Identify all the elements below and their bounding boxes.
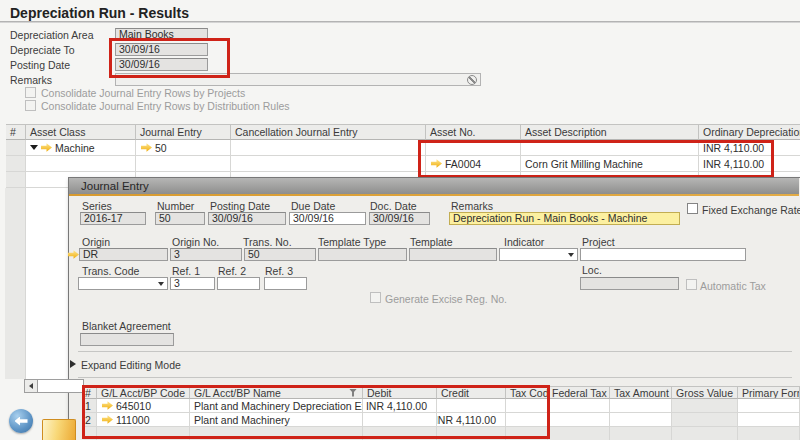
- series-label: Series: [82, 200, 112, 212]
- template-type-label: Template Type: [318, 236, 386, 248]
- trans-code-label: Trans. Code: [82, 265, 139, 277]
- col-header-asset-description: Asset Description: [521, 124, 699, 140]
- link-arrow-icon[interactable]: [41, 143, 52, 152]
- consolidate-projects-label: Consolidate Journal Entry Rows by Projec…: [41, 87, 245, 99]
- asset-class-cell[interactable]: Machine: [26, 140, 136, 156]
- jcol-tax-amount: Tax Amount: [610, 386, 672, 399]
- col-header-journal-entry: Journal Entry: [136, 124, 231, 140]
- consolidate-distribution-label: Consolidate Journal Entry Rows by Distri…: [41, 100, 290, 112]
- je-remarks-field[interactable]: Depreciation Run - Main Books - Machine: [449, 212, 680, 225]
- screen: Depreciation Run - Results Depreciation …: [0, 0, 800, 440]
- number-label: Number: [157, 200, 194, 212]
- je-posting-date-label: Posting Date: [210, 200, 270, 212]
- generate-excise-label: Generate Excise Reg. No.: [385, 293, 507, 305]
- results-table-header: # Asset Class Journal Entry Cancellation…: [6, 124, 800, 140]
- ref3-field[interactable]: [264, 277, 307, 290]
- origin-field[interactable]: DR: [79, 248, 168, 261]
- scrollbar-track[interactable]: [38, 379, 84, 393]
- automatic-tax-label: Automatic Tax: [700, 280, 766, 292]
- ref2-field[interactable]: [217, 277, 260, 290]
- folder-icon[interactable]: [42, 419, 76, 440]
- due-date-label: Due Date: [291, 200, 335, 212]
- origin-no-field[interactable]: 3: [170, 248, 242, 261]
- consolidate-projects-checkbox[interactable]: [25, 87, 36, 98]
- trans-no-label: Trans. No.: [243, 236, 292, 248]
- ref3-label: Ref. 3: [265, 265, 293, 277]
- due-date-field[interactable]: 30/09/16: [289, 212, 366, 225]
- series-field[interactable]: 2016-17: [80, 212, 146, 225]
- ref1-label: Ref. 1: [172, 265, 200, 277]
- expand-triangle-icon[interactable]: [70, 360, 76, 368]
- origin-no-label: Origin No.: [172, 236, 219, 248]
- consolidate-distribution-checkbox[interactable]: [25, 100, 36, 111]
- jcol-gross-value: Gross Value: [672, 386, 738, 399]
- dialog-divider: [78, 351, 792, 352]
- template-label: Template: [410, 236, 453, 248]
- fixed-exchange-rate-checkbox[interactable]: [687, 203, 698, 214]
- jcol-federal-tax-id: Federal Tax ID: [548, 386, 610, 399]
- dialog-title: Journal Entry: [81, 180, 149, 192]
- dropdown-arrow-icon[interactable]: [158, 282, 164, 289]
- fixed-exchange-rate-label: Fixed Exchange Rate: [702, 204, 800, 216]
- expand-editing-mode[interactable]: Expand Editing Mode: [81, 359, 181, 371]
- scroll-left-button[interactable]: [24, 379, 38, 393]
- indicator-label: Indicator: [504, 236, 544, 248]
- dialog-accent-line: [69, 194, 799, 196]
- highlight-dates: [109, 38, 230, 78]
- depreciate-to-label: Depreciate To: [10, 44, 75, 56]
- trans-no-field[interactable]: 50: [244, 248, 316, 261]
- dialog-titlebar[interactable]: Journal Entry: [69, 178, 799, 194]
- dialog-divider: [78, 377, 792, 378]
- indicator-dropdown[interactable]: [499, 248, 578, 261]
- blanket-agreement-label: Blanket Agreement: [82, 320, 171, 332]
- project-label: Project: [582, 236, 615, 248]
- depreciation-area-label: Depreciation Area: [10, 29, 93, 41]
- trans-code-dropdown[interactable]: [78, 277, 168, 290]
- number-field[interactable]: 50: [155, 212, 205, 225]
- page-title: Depreciation Run - Results: [10, 5, 189, 21]
- template-type-field[interactable]: [318, 248, 407, 261]
- highlight-journal-rows: [82, 385, 550, 439]
- empty-value-icon: [467, 75, 477, 85]
- col-header-asset-class: Asset Class: [26, 124, 136, 140]
- loc-field[interactable]: [580, 277, 679, 290]
- col-header-num: #: [6, 124, 26, 140]
- col-header-ordinary-depreciation: Ordinary Depreciation: [699, 124, 800, 140]
- doc-date-field[interactable]: 30/09/16: [369, 212, 430, 225]
- link-arrow-icon[interactable]: [141, 143, 152, 152]
- ref1-field[interactable]: 3: [170, 277, 215, 290]
- origin-label: Origin: [82, 236, 110, 248]
- generate-excise-checkbox[interactable]: [370, 292, 381, 303]
- back-arrow-icon: [15, 417, 28, 426]
- blanket-agreement-field[interactable]: [80, 333, 174, 346]
- automatic-tax-checkbox[interactable]: [686, 279, 697, 290]
- remarks-label: Remarks: [10, 74, 52, 86]
- journal-entry-cell[interactable]: 50: [136, 140, 231, 156]
- posting-date-label: Posting Date: [10, 59, 70, 71]
- title-divider: [0, 21, 800, 23]
- highlight-asset-row: [418, 140, 774, 178]
- collapse-triangle-icon[interactable]: [30, 145, 38, 150]
- back-button[interactable]: [9, 409, 33, 433]
- project-field[interactable]: [580, 248, 746, 261]
- ref2-label: Ref. 2: [218, 265, 246, 277]
- dropdown-arrow-icon[interactable]: [568, 253, 574, 260]
- je-remarks-label: Remarks: [451, 200, 493, 212]
- scroll-left-icon: [29, 383, 33, 389]
- je-posting-date-field[interactable]: 30/09/16: [208, 212, 286, 225]
- col-header-asset-no: Asset No.: [426, 124, 521, 140]
- horizontal-scrollbar[interactable]: [24, 379, 84, 393]
- template-field[interactable]: [409, 248, 497, 261]
- loc-label: Loc.: [582, 264, 602, 276]
- jcol-primary-form: Primary Form Ite: [738, 386, 800, 399]
- doc-date-label: Doc. Date: [370, 200, 417, 212]
- col-header-cancellation: Cancellation Journal Entry: [231, 124, 426, 140]
- results-table-num-column: [5, 188, 26, 379]
